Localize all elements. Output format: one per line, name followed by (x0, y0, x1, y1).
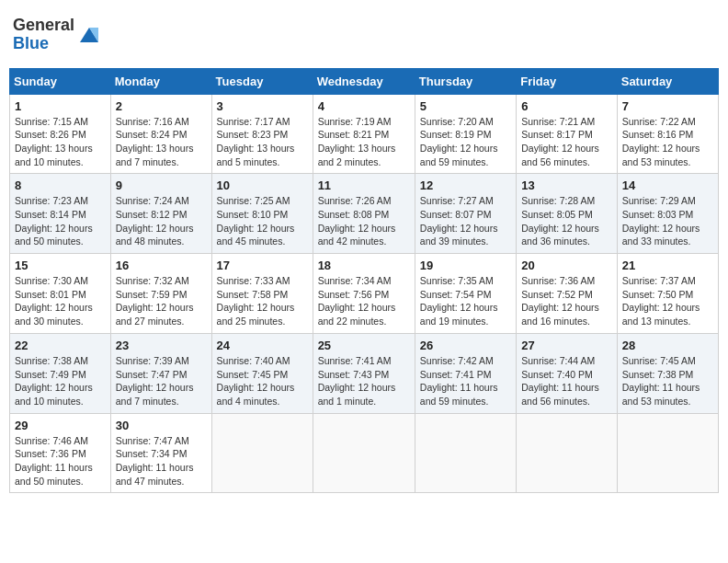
calendar-cell: 3Sunrise: 7:17 AM Sunset: 8:23 PM Daylig… (211, 94, 313, 174)
day-number: 14 (622, 178, 713, 192)
logo-icon (76, 22, 102, 48)
day-number: 16 (116, 259, 207, 272)
day-number: 22 (15, 339, 106, 352)
calendar-cell: 23Sunrise: 7:39 AM Sunset: 7:47 PM Dayli… (110, 333, 211, 413)
calendar-cell: 14Sunrise: 7:29 AM Sunset: 8:03 PM Dayli… (617, 174, 718, 254)
calendar-cell: 15Sunrise: 7:30 AM Sunset: 8:01 PM Dayli… (10, 254, 111, 334)
day-info: Sunrise: 7:21 AM Sunset: 8:17 PM Dayligh… (521, 115, 612, 169)
calendar-cell: 7Sunrise: 7:22 AM Sunset: 8:16 PM Daylig… (617, 94, 718, 174)
calendar-cell: 21Sunrise: 7:37 AM Sunset: 7:50 PM Dayli… (617, 254, 718, 334)
calendar-cell: 29Sunrise: 7:46 AM Sunset: 7:36 PM Dayli… (10, 413, 111, 493)
day-info: Sunrise: 7:20 AM Sunset: 8:19 PM Dayligh… (420, 115, 511, 169)
day-info: Sunrise: 7:34 AM Sunset: 7:56 PM Dayligh… (318, 274, 410, 328)
calendar-cell: 12Sunrise: 7:27 AM Sunset: 8:07 PM Dayli… (415, 174, 516, 254)
day-info: Sunrise: 7:27 AM Sunset: 8:07 PM Dayligh… (420, 194, 511, 248)
calendar-week-row-2: 8Sunrise: 7:23 AM Sunset: 8:14 PM Daylig… (10, 174, 719, 254)
day-info: Sunrise: 7:29 AM Sunset: 8:03 PM Dayligh… (622, 194, 713, 248)
day-number: 1 (15, 99, 106, 113)
calendar-cell: 27Sunrise: 7:44 AM Sunset: 7:40 PM Dayli… (517, 333, 618, 413)
calendar-cell: 18Sunrise: 7:34 AM Sunset: 7:56 PM Dayli… (313, 254, 415, 334)
calendar-cell: 1Sunrise: 7:15 AM Sunset: 8:26 PM Daylig… (10, 94, 111, 174)
day-number: 7 (622, 99, 713, 113)
day-info: Sunrise: 7:28 AM Sunset: 8:05 PM Dayligh… (521, 194, 612, 248)
calendar-cell (617, 413, 718, 493)
calendar-cell (211, 413, 313, 493)
day-number: 23 (116, 339, 207, 352)
day-info: Sunrise: 7:35 AM Sunset: 7:54 PM Dayligh… (420, 274, 511, 328)
calendar-week-row-4: 22Sunrise: 7:38 AM Sunset: 7:49 PM Dayli… (10, 333, 719, 413)
calendar-cell: 28Sunrise: 7:45 AM Sunset: 7:38 PM Dayli… (617, 333, 718, 413)
logo-line2: Blue (13, 35, 74, 53)
day-info: Sunrise: 7:36 AM Sunset: 7:52 PM Dayligh… (521, 274, 612, 328)
calendar-week-row-5: 29Sunrise: 7:46 AM Sunset: 7:36 PM Dayli… (10, 413, 719, 493)
calendar-cell: 6Sunrise: 7:21 AM Sunset: 8:17 PM Daylig… (517, 94, 618, 174)
calendar-cell: 19Sunrise: 7:35 AM Sunset: 7:54 PM Dayli… (415, 254, 516, 334)
day-number: 15 (15, 259, 106, 272)
day-number: 28 (622, 339, 713, 352)
day-number: 4 (318, 99, 410, 113)
calendar-cell (415, 413, 516, 493)
day-number: 8 (15, 178, 106, 192)
calendar-cell: 20Sunrise: 7:36 AM Sunset: 7:52 PM Dayli… (517, 254, 618, 334)
calendar-cell: 25Sunrise: 7:41 AM Sunset: 7:43 PM Dayli… (313, 333, 415, 413)
day-info: Sunrise: 7:46 AM Sunset: 7:36 PM Dayligh… (15, 434, 106, 488)
day-info: Sunrise: 7:41 AM Sunset: 7:43 PM Dayligh… (318, 354, 410, 408)
weekday-header-monday: Monday (110, 68, 211, 94)
weekday-header-tuesday: Tuesday (211, 68, 313, 94)
day-info: Sunrise: 7:17 AM Sunset: 8:23 PM Dayligh… (217, 115, 308, 169)
day-info: Sunrise: 7:40 AM Sunset: 7:45 PM Dayligh… (217, 354, 308, 408)
day-info: Sunrise: 7:26 AM Sunset: 8:08 PM Dayligh… (318, 194, 410, 248)
calendar-cell: 24Sunrise: 7:40 AM Sunset: 7:45 PM Dayli… (211, 333, 313, 413)
day-info: Sunrise: 7:38 AM Sunset: 7:49 PM Dayligh… (15, 354, 106, 408)
day-number: 5 (420, 99, 511, 113)
logo-line1: General (13, 17, 74, 35)
day-number: 17 (217, 259, 308, 272)
calendar-cell: 16Sunrise: 7:32 AM Sunset: 7:59 PM Dayli… (110, 254, 211, 334)
day-number: 19 (420, 259, 511, 272)
calendar-table: SundayMondayTuesdayWednesdayThursdayFrid… (9, 68, 719, 494)
day-info: Sunrise: 7:19 AM Sunset: 8:21 PM Dayligh… (318, 115, 410, 169)
day-info: Sunrise: 7:30 AM Sunset: 8:01 PM Dayligh… (15, 274, 106, 328)
day-info: Sunrise: 7:24 AM Sunset: 8:12 PM Dayligh… (116, 194, 207, 248)
page-header: General Blue (9, 9, 719, 61)
logo: General Blue (13, 17, 102, 53)
day-number: 11 (318, 178, 410, 192)
calendar-cell: 4Sunrise: 7:19 AM Sunset: 8:21 PM Daylig… (313, 94, 415, 174)
day-number: 26 (420, 339, 511, 352)
day-info: Sunrise: 7:33 AM Sunset: 7:58 PM Dayligh… (217, 274, 308, 328)
day-number: 13 (521, 178, 612, 192)
weekday-header-wednesday: Wednesday (313, 68, 415, 94)
day-info: Sunrise: 7:22 AM Sunset: 8:16 PM Dayligh… (622, 115, 713, 169)
calendar-cell: 9Sunrise: 7:24 AM Sunset: 8:12 PM Daylig… (110, 174, 211, 254)
calendar-cell (517, 413, 618, 493)
calendar-cell: 5Sunrise: 7:20 AM Sunset: 8:19 PM Daylig… (415, 94, 516, 174)
calendar-cell: 22Sunrise: 7:38 AM Sunset: 7:49 PM Dayli… (10, 333, 111, 413)
day-info: Sunrise: 7:44 AM Sunset: 7:40 PM Dayligh… (521, 354, 612, 408)
day-number: 21 (622, 259, 713, 272)
calendar-week-row-1: 1Sunrise: 7:15 AM Sunset: 8:26 PM Daylig… (10, 94, 719, 174)
day-info: Sunrise: 7:15 AM Sunset: 8:26 PM Dayligh… (15, 115, 106, 169)
weekday-header-friday: Friday (517, 68, 618, 94)
day-number: 10 (217, 178, 308, 192)
day-info: Sunrise: 7:25 AM Sunset: 8:10 PM Dayligh… (217, 194, 308, 248)
calendar-week-row-3: 15Sunrise: 7:30 AM Sunset: 8:01 PM Dayli… (10, 254, 719, 334)
day-number: 18 (318, 259, 410, 272)
day-info: Sunrise: 7:47 AM Sunset: 7:34 PM Dayligh… (116, 434, 207, 488)
calendar-cell: 13Sunrise: 7:28 AM Sunset: 8:05 PM Dayli… (517, 174, 618, 254)
calendar-cell: 30Sunrise: 7:47 AM Sunset: 7:34 PM Dayli… (110, 413, 211, 493)
day-number: 3 (217, 99, 308, 113)
day-number: 30 (116, 419, 207, 432)
calendar-cell (313, 413, 415, 493)
day-info: Sunrise: 7:32 AM Sunset: 7:59 PM Dayligh… (116, 274, 207, 328)
weekday-header-sunday: Sunday (10, 68, 111, 94)
day-number: 9 (116, 178, 207, 192)
day-number: 6 (521, 99, 612, 113)
logo-text: General Blue (13, 17, 74, 53)
day-number: 29 (15, 419, 106, 432)
calendar-cell: 2Sunrise: 7:16 AM Sunset: 8:24 PM Daylig… (110, 94, 211, 174)
calendar-cell: 8Sunrise: 7:23 AM Sunset: 8:14 PM Daylig… (10, 174, 111, 254)
calendar-cell: 11Sunrise: 7:26 AM Sunset: 8:08 PM Dayli… (313, 174, 415, 254)
weekday-header-saturday: Saturday (617, 68, 718, 94)
day-info: Sunrise: 7:45 AM Sunset: 7:38 PM Dayligh… (622, 354, 713, 408)
day-number: 12 (420, 178, 511, 192)
